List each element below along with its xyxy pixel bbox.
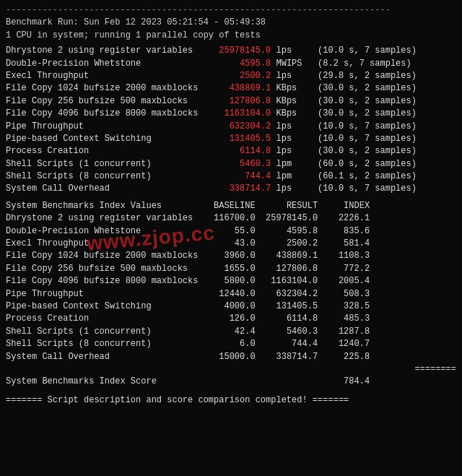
idx-result: 338714.7 [256, 351, 318, 363]
benchmark-row: Pipe Throughput 632304.2 lps (10.0 s, 7 … [6, 121, 456, 133]
bench-unit: lps [271, 145, 318, 157]
idx-index: 508.3 [318, 288, 370, 300]
bench-value: 25978145.0 [204, 45, 271, 57]
benchmark-row: File Copy 4096 bufsize 8000 maxblocks 11… [6, 108, 456, 120]
index-row: Dhrystone 2 using register variables 116… [6, 212, 456, 225]
index-row: Execl Throughput 43.0 2500.2 581.4 [6, 238, 456, 250]
bench-info: (10.0 s, 7 samples) [318, 183, 417, 195]
bench-unit: KBps [271, 108, 318, 120]
index-row: Pipe-based Context Switching 4000.0 1314… [6, 300, 456, 313]
bench-unit: lpm [271, 158, 318, 170]
idx-name: Execl Throughput [6, 238, 204, 250]
score-row: System Benchmarks Index Score 784.4 [6, 376, 456, 388]
index-header-row: System Benchmarks Index Values BASELINE … [6, 200, 456, 212]
idx-name: Dhrystone 2 using register variables [6, 212, 204, 225]
bench-name: Shell Scripts (8 concurrent) [6, 170, 204, 183]
idx-baseline: 55.0 [204, 225, 256, 238]
benchmark-row: File Copy 256 bufsize 500 maxblocks 1278… [6, 95, 456, 108]
bench-name: Process Creation [6, 145, 204, 157]
bench-unit: lps [271, 133, 318, 145]
benchmark-row: Process Creation 6114.8 lps (30.0 s, 2 s… [6, 145, 456, 157]
bench-value: 338714.7 [204, 183, 271, 195]
bench-name: System Call Overhead [6, 183, 204, 195]
bench-value: 4595.8 [204, 58, 271, 70]
bench-info: (10.0 s, 7 samples) [318, 133, 417, 145]
index-row: System Call Overhead 15000.0 338714.7 22… [6, 351, 456, 363]
idx-index: 2226.1 [318, 212, 370, 225]
index-row: File Copy 256 bufsize 500 maxblocks 1655… [6, 263, 456, 275]
idx-index: 1240.7 [318, 338, 370, 350]
idx-name: File Copy 256 bufsize 500 maxblocks [6, 263, 204, 275]
idx-index: 1287.8 [318, 326, 370, 338]
index-row: Double-Precision Whetstone 55.0 4595.8 8… [6, 225, 456, 238]
idx-index: 328.5 [318, 300, 370, 313]
idx-result: 127806.8 [256, 263, 318, 275]
index-col4: INDEX [318, 200, 370, 212]
run-header: Benchmark Run: Sun Feb 12 2023 05:21:54 … [6, 17, 456, 29]
script-complete: ======= Script description and score com… [6, 394, 456, 407]
benchmarks-section: Dhrystone 2 using register variables 259… [6, 45, 456, 196]
index-col2: BASELINE [204, 200, 256, 212]
bench-value: 744.4 [204, 170, 271, 183]
idx-result: 2500.2 [256, 238, 318, 250]
idx-index: 835.6 [318, 225, 370, 238]
bench-info: (29.8 s, 2 samples) [318, 70, 417, 82]
benchmark-row: Shell Scripts (1 concurrent) 5460.3 lpm … [6, 158, 456, 170]
idx-name: Shell Scripts (8 concurrent) [6, 338, 204, 350]
idx-result: 438869.1 [256, 250, 318, 262]
idx-name: Pipe-based Context Switching [6, 300, 204, 313]
idx-baseline: 1655.0 [204, 263, 256, 275]
bench-name: Execl Throughput [6, 70, 204, 82]
bench-info: (60.1 s, 2 samples) [318, 170, 417, 183]
bench-value: 5460.3 [204, 158, 271, 170]
index-col1: System Benchmarks Index Values [6, 200, 204, 212]
bench-name: File Copy 1024 bufsize 2000 maxblocks [6, 82, 204, 95]
idx-name: Double-Precision Whetstone [6, 225, 204, 238]
bench-name: Pipe Throughput [6, 121, 204, 133]
idx-baseline: 4000.0 [204, 300, 256, 313]
bench-value: 632304.2 [204, 121, 271, 133]
equals-line: ======== [6, 363, 456, 376]
idx-result: 4595.8 [256, 225, 318, 238]
benchmark-row: Double-Precision Whetstone 4595.8 MWIPS … [6, 58, 456, 70]
bench-unit: KBps [271, 82, 318, 95]
index-row: Process Creation 126.0 6114.8 485.3 [6, 313, 456, 325]
score-label: System Benchmarks Index Score [6, 376, 318, 388]
bench-info: (30.0 s, 2 samples) [318, 95, 417, 108]
bench-info: (8.2 s, 7 samples) [318, 58, 411, 70]
bench-info: (30.0 s, 2 samples) [318, 108, 417, 120]
terminal-window: ----------------------------------------… [6, 4, 456, 407]
idx-index: 2005.4 [318, 275, 370, 287]
idx-baseline: 5800.0 [204, 275, 256, 287]
bench-unit: lps [271, 121, 318, 133]
idx-name: Shell Scripts (1 concurrent) [6, 326, 204, 338]
bench-info: (60.0 s, 2 samples) [318, 158, 417, 170]
bench-unit: lps [271, 45, 318, 57]
idx-index: 225.8 [318, 351, 370, 363]
bench-value: 127806.8 [204, 95, 271, 108]
idx-name: File Copy 1024 bufsize 2000 maxblocks [6, 250, 204, 262]
bench-value: 131405.5 [204, 133, 271, 145]
bench-value: 2500.2 [204, 70, 271, 82]
index-row: File Copy 1024 bufsize 2000 maxblocks 39… [6, 250, 456, 262]
index-col3: RESULT [256, 200, 318, 212]
idx-baseline: 126.0 [204, 313, 256, 325]
idx-name: Pipe Throughput [6, 288, 204, 300]
bench-info: (30.0 s, 2 samples) [318, 82, 417, 95]
idx-result: 1163104.0 [256, 275, 318, 287]
bench-info: (10.0 s, 7 samples) [318, 121, 417, 133]
bench-unit: lps [271, 70, 318, 82]
idx-name: File Copy 4096 bufsize 8000 maxblocks [6, 275, 204, 287]
benchmark-row: Shell Scripts (8 concurrent) 744.4 lpm (… [6, 170, 456, 183]
index-row: Shell Scripts (1 concurrent) 42.4 5460.3… [6, 326, 456, 338]
idx-result: 25978145.0 [256, 212, 318, 225]
idx-result: 131405.5 [256, 300, 318, 313]
idx-result: 744.4 [256, 338, 318, 350]
index-row: Shell Scripts (8 concurrent) 6.0 744.4 1… [6, 338, 456, 350]
bench-name: Pipe-based Context Switching [6, 133, 204, 145]
idx-index: 581.4 [318, 238, 370, 250]
index-section: Dhrystone 2 using register variables 116… [6, 212, 456, 363]
idx-index: 772.2 [318, 263, 370, 275]
idx-baseline: 116700.0 [204, 212, 256, 225]
bench-unit: KBps [271, 95, 318, 108]
